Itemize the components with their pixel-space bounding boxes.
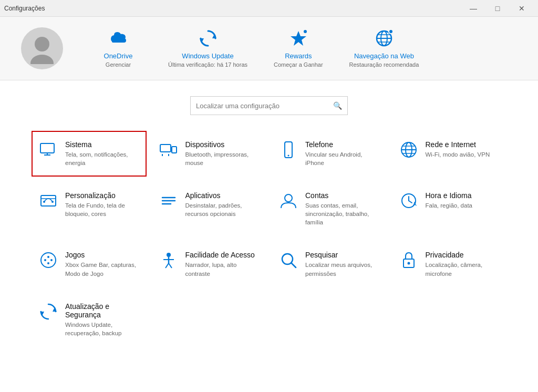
svg-point-36 [44,259,46,261]
svg-point-0 [35,37,49,51]
svg-point-39 [47,262,49,264]
privacidade-icon [399,251,418,270]
pesquisar-icon [279,251,298,270]
svg-line-46 [292,263,296,267]
telefone-icon [279,140,298,159]
jogos-icon [39,251,58,270]
svg-rect-24 [41,195,56,206]
dispositivos-sub: Bluetooth, impressoras, mouse [185,150,260,167]
atualizacao-sub: Windows Update, recuperação, backup [65,321,139,337]
aplicativos-title: Aplicativos [185,191,260,200]
navegacao-sub: Restauração recomendada [349,61,419,68]
svg-line-43 [165,263,169,268]
rede-title: Rede e Internet [426,140,490,149]
svg-point-25 [43,201,45,203]
svg-point-35 [41,253,56,267]
settings-item-facilidade[interactable]: Facilidade de Acesso Narrador, lupa, alt… [152,241,267,287]
privacidade-title: Privacidade [426,251,500,259]
sistema-icon [39,140,58,159]
quicklink-onedrive[interactable]: OneDrive Gerenciar [95,28,142,68]
pesquisar-sub: Localizar meus arquivos, permissões [305,261,379,277]
rede-icon [399,140,418,159]
aplicativos-icon [159,191,178,210]
window-controls: — □ ✕ [461,0,534,17]
dispositivos-title: Dispositivos [185,140,260,149]
settings-item-privacidade[interactable]: Privacidade Localização, câmera, microfo… [392,241,507,287]
wu-title: Windows Update [182,52,233,60]
close-button[interactable]: ✕ [510,0,534,17]
user-avatar[interactable] [21,27,63,69]
onedrive-title: OneDrive [104,52,133,60]
jogos-title: Jogos [65,251,139,259]
svg-marker-49 [53,307,57,312]
telefone-title: Telefone [305,140,379,149]
svg-point-40 [167,253,171,257]
quicklink-rewards[interactable]: Rewards Começar a Ganhar [274,28,323,68]
facilidade-title: Facilidade de Acesso [185,251,260,259]
title-bar: Configurações — □ ✕ [0,0,538,17]
quicklink-navegacao[interactable]: Navegação na Web Restauração recomendada [349,28,419,68]
svg-point-48 [407,262,410,265]
onedrive-sub: Gerenciar [106,61,131,68]
personalizacao-icon [39,191,58,210]
contas-title: Contas [305,191,379,200]
settings-item-personalizacao[interactable]: Personalização Tela de Fundo, tela de bl… [32,182,147,236]
facilidade-icon [159,251,178,270]
settings-item-hora[interactable]: A Hora e Idioma Fala, região, data [392,182,507,236]
svg-point-1 [30,55,54,64]
settings-item-aplicativos[interactable]: Aplicativos Desinstalar, padrões, recurs… [152,182,267,236]
rewards-sub: Começar a Ganhar [274,61,323,68]
settings-item-dispositivos[interactable]: Dispositivos Bluetooth, impressoras, mou… [152,131,267,177]
settings-grid: Sistema Tela, som, notificações, energia… [32,131,506,347]
svg-rect-13 [160,145,171,152]
svg-rect-10 [40,143,54,153]
settings-item-telefone[interactable]: Telefone Vincular seu Android, iPhone [272,131,387,177]
settings-item-rede[interactable]: Rede e Internet Wi-Fi, modo avião, VPN [392,131,507,177]
svg-point-26 [51,201,54,203]
rewards-title: Rewards [285,52,312,60]
settings-item-pesquisar[interactable]: Pesquisar Localizar meus arquivos, permi… [272,241,387,287]
hora-icon: A [399,191,418,210]
quicklink-windows-update[interactable]: Windows Update Última verificação: há 17… [168,28,247,68]
settings-item-atualizacao[interactable]: Atualização e Segurança Windows Update, … [32,293,147,347]
maximize-button[interactable]: □ [485,0,510,17]
svg-marker-50 [40,312,44,316]
personalizacao-sub: Tela de Fundo, tela de bloqueio, cores [65,201,139,218]
jogos-sub: Xbox Game Bar, capturas, Modo de Jogo [65,261,139,277]
hora-title: Hora e Idioma [426,191,473,200]
svg-point-45 [282,254,293,264]
facilidade-sub: Narrador, lupa, alto contraste [185,261,260,277]
settings-item-sistema[interactable]: Sistema Tela, som, notificações, energia [32,131,147,177]
settings-item-jogos[interactable]: Jogos Xbox Game Bar, capturas, Modo de J… [32,241,147,287]
onedrive-icon [108,28,129,49]
contas-sub: Suas contas, email, sincronização, traba… [305,201,379,226]
svg-point-30 [285,194,292,202]
svg-line-44 [169,263,172,268]
settings-item-contas[interactable]: Contas Suas contas, email, sincronização… [272,182,387,236]
atualizacao-title: Atualização e Segurança [65,302,139,319]
svg-rect-14 [172,147,177,153]
rede-sub: Wi-Fi, modo avião, VPN [426,150,490,159]
contas-icon [279,191,298,210]
svg-point-38 [47,256,49,258]
sistema-title: Sistema [65,140,139,149]
search-icon: 🔍 [333,101,342,110]
svg-point-37 [50,259,53,261]
rewards-icon [288,28,309,49]
search-container: 🔍 [32,96,506,115]
minimize-button[interactable]: — [461,0,485,17]
search-box[interactable]: 🔍 [190,96,348,115]
windows-update-icon [198,28,219,49]
sistema-sub: Tela, som, notificações, energia [65,150,139,167]
telefone-sub: Vincular seu Android, iPhone [305,150,379,167]
privacidade-sub: Localização, câmera, microfone [426,261,500,277]
main-window: OneDrive Gerenciar Windows Update Última… [0,17,538,392]
content-area: 🔍 Sistema Tela, som, notificações, energ… [0,80,538,392]
header: OneDrive Gerenciar Windows Update Última… [0,17,538,80]
search-input[interactable] [196,102,329,110]
dispositivos-icon [159,140,178,159]
personalizacao-title: Personalização [65,191,139,200]
wu-sub: Última verificação: há 17 horas [168,61,247,68]
svg-line-33 [409,201,412,203]
svg-point-18 [288,155,289,157]
